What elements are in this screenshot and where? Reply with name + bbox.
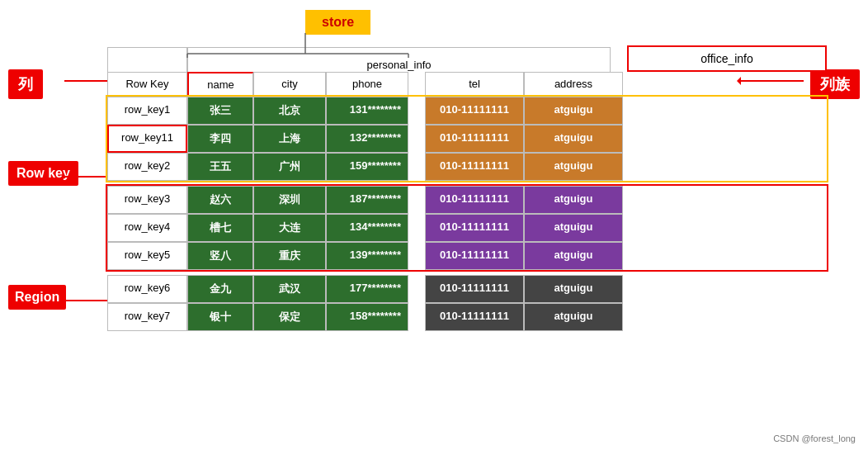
cell-rowkey-7: row_key7 xyxy=(107,303,187,331)
cell-city-0: 北京 xyxy=(253,97,326,125)
watermark: CSDN @forest_long xyxy=(773,433,856,443)
section-none: row_key6 金九 武汉 177******** 010-11111111 … xyxy=(107,275,827,331)
cell-name-6: 金九 xyxy=(187,275,253,303)
top-header-row: personal_info office_info xyxy=(107,45,827,72)
cell-city-5: 重庆 xyxy=(253,242,326,270)
cell-name-7: 银十 xyxy=(187,303,253,331)
table-row: row_key4 槽七 大连 134******** 010-11111111 … xyxy=(107,214,827,242)
label-region: Region xyxy=(8,285,66,310)
cell-addr-4: atguigu xyxy=(524,214,623,242)
col-header-phone: phone xyxy=(326,72,408,97)
spacer-4 xyxy=(408,214,425,242)
cell-rowkey-5: row_key5 xyxy=(107,242,187,270)
cell-addr-3: atguigu xyxy=(524,186,623,214)
col-header-name: name xyxy=(187,72,253,97)
cell-addr-1: atguigu xyxy=(524,125,623,153)
label-rowkey: Row key xyxy=(8,161,78,186)
cell-tel-6: 010-11111111 xyxy=(425,275,524,303)
cell-city-2: 广州 xyxy=(253,153,326,181)
cell-city-1: 上海 xyxy=(253,125,326,153)
spacer-5 xyxy=(408,242,425,270)
cell-name-3: 赵六 xyxy=(187,186,253,214)
cell-tel-5: 010-11111111 xyxy=(425,242,524,270)
col-header-tel: tel xyxy=(425,72,524,97)
cell-phone-0: 131******** xyxy=(326,97,408,125)
cell-city-3: 深圳 xyxy=(253,186,326,214)
spacer-2 xyxy=(408,153,425,181)
table-row: row_key6 金九 武汉 177******** 010-11111111 … xyxy=(107,275,827,303)
col-header-city: city xyxy=(253,72,326,97)
section-yellow: row_key1 张三 北京 131******** 010-11111111 … xyxy=(107,97,827,181)
cell-tel-0: 010-11111111 xyxy=(425,97,524,125)
full-layout: personal_info office_info Row Key name c… xyxy=(107,45,827,331)
col-header-address: address xyxy=(524,72,623,97)
cell-phone-5: 139******** xyxy=(326,242,408,270)
main-container: { "store": { "label": "store" }, "labels… xyxy=(0,0,868,450)
cell-phone-3: 187******** xyxy=(326,186,408,214)
cell-rowkey-3: row_key3 xyxy=(107,186,187,214)
cell-addr-5: atguigu xyxy=(524,242,623,270)
table-row: row_key5 竖八 重庆 139******** 010-11111111 … xyxy=(107,242,827,270)
cell-rowkey-1: row_key11 xyxy=(107,125,187,153)
spacer-0 xyxy=(408,97,425,125)
cell-phone-4: 134******** xyxy=(326,214,408,242)
cell-tel-2: 010-11111111 xyxy=(425,153,524,181)
cell-name-2: 王五 xyxy=(187,153,253,181)
cell-city-6: 武汉 xyxy=(253,275,326,303)
cell-addr-2: atguigu xyxy=(524,153,623,181)
spacer-3 xyxy=(408,186,425,214)
col-headers-row: Row Key name city phone tel address xyxy=(107,72,827,97)
cell-tel-7: 010-11111111 xyxy=(425,303,524,331)
table-row: row_key2 王五 广州 159******** 010-11111111 … xyxy=(107,153,827,181)
cell-phone-7: 158******** xyxy=(326,303,408,331)
section-red: row_key3 赵六 深圳 187******** 010-11111111 … xyxy=(107,186,827,270)
cell-name-1: 李四 xyxy=(187,125,253,153)
cell-phone-6: 177******** xyxy=(326,275,408,303)
store-label: store xyxy=(305,10,370,35)
cell-phone-1: 132******** xyxy=(326,125,408,153)
cell-city-4: 大连 xyxy=(253,214,326,242)
header-office-info: office_info xyxy=(627,45,827,72)
table-row: row_key1 张三 北京 131******** 010-11111111 … xyxy=(107,97,827,125)
col-spacer xyxy=(408,72,425,97)
header-empty xyxy=(107,47,187,72)
cell-tel-4: 010-11111111 xyxy=(425,214,524,242)
cell-rowkey-4: row_key4 xyxy=(107,214,187,242)
cell-phone-2: 159******** xyxy=(326,153,408,181)
cell-rowkey-0: row_key1 xyxy=(107,97,187,125)
cell-addr-7: atguigu xyxy=(524,303,623,331)
spacer-6 xyxy=(408,275,425,303)
cell-tel-3: 010-11111111 xyxy=(425,186,524,214)
table-row: row_key7 银十 保定 158******** 010-11111111 … xyxy=(107,303,827,331)
spacer-7 xyxy=(408,303,425,331)
table-row: row_key3 赵六 深圳 187******** 010-11111111 … xyxy=(107,186,827,214)
spacer-1 xyxy=(408,125,425,153)
cell-city-7: 保定 xyxy=(253,303,326,331)
cell-name-4: 槽七 xyxy=(187,214,253,242)
cell-tel-1: 010-11111111 xyxy=(425,125,524,153)
cell-rowkey-2: row_key2 xyxy=(107,153,187,181)
cell-rowkey-6: row_key6 xyxy=(107,275,187,303)
col-header-rowkey: Row Key xyxy=(107,72,187,97)
header-personal-info: personal_info xyxy=(187,47,611,72)
cell-name-5: 竖八 xyxy=(187,242,253,270)
cell-addr-6: atguigu xyxy=(524,275,623,303)
cell-addr-0: atguigu xyxy=(524,97,623,125)
label-lie: 列 xyxy=(8,69,43,99)
cell-name-0: 张三 xyxy=(187,97,253,125)
table-row: row_key11 李四 上海 132******** 010-11111111… xyxy=(107,125,827,153)
